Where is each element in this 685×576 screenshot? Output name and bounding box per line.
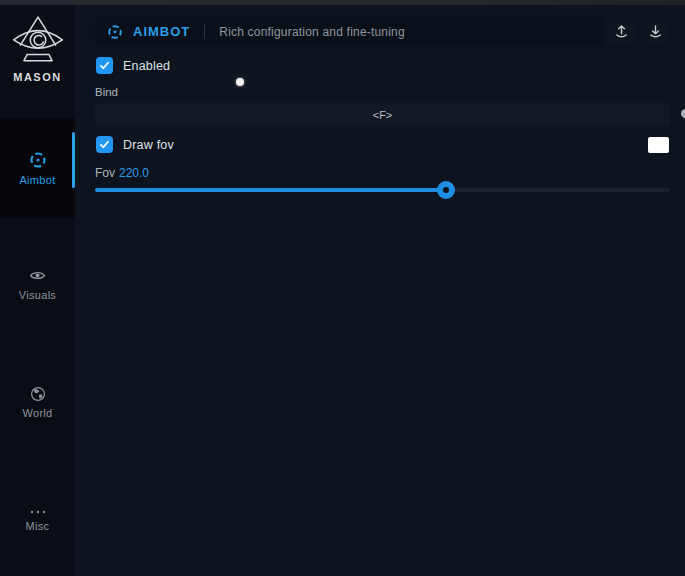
eye-icon xyxy=(29,267,46,284)
app-logo: MASON xyxy=(0,15,75,83)
enabled-checkbox[interactable] xyxy=(96,57,113,74)
enabled-row: Enabled xyxy=(96,57,170,74)
sidebar-item-world[interactable]: World xyxy=(0,373,75,431)
crosshair-icon xyxy=(29,151,47,169)
page-subtitle: Rich configuration and fine-tuning xyxy=(219,25,405,39)
header-divider xyxy=(204,24,205,39)
draw-fov-label: Draw fov xyxy=(123,138,174,152)
sidebar-item-visuals[interactable]: Visuals xyxy=(0,255,75,313)
draw-fov-checkbox[interactable] xyxy=(96,136,113,153)
sidebar-item-label: World xyxy=(22,407,52,419)
sidebar-item-label: Visuals xyxy=(19,289,56,301)
fov-label: Fov xyxy=(95,166,115,180)
fov-slider[interactable] xyxy=(95,188,670,192)
main-panel: AIMBOT Rich configuration and fine-tunin… xyxy=(75,5,685,576)
sidebar: MASON Aimbot Visuals xyxy=(0,5,75,576)
mouse-cursor-dot xyxy=(236,78,244,86)
bind-label: Bind xyxy=(95,86,118,98)
download-config-button[interactable] xyxy=(642,18,669,45)
download-icon xyxy=(648,24,663,39)
enabled-label: Enabled xyxy=(123,59,170,73)
sidebar-item-label: Aimbot xyxy=(19,174,55,186)
bind-value: <F> xyxy=(373,109,393,121)
bind-input[interactable]: <F> xyxy=(95,103,670,127)
ellipsis-icon xyxy=(29,509,47,515)
upload-config-button[interactable] xyxy=(608,18,635,45)
fov-value-row: Fov220.0 xyxy=(95,166,149,180)
sidebar-item-label: Misc xyxy=(26,520,50,532)
globe-icon xyxy=(30,386,46,402)
mason-app-window: MASON Aimbot Visuals xyxy=(0,0,685,576)
sidebar-item-aimbot[interactable]: Aimbot xyxy=(0,118,75,218)
secondary-cursor-dot xyxy=(681,109,685,118)
fov-slider-fill xyxy=(95,188,446,192)
fov-value: 220.0 xyxy=(119,166,149,180)
upload-icon xyxy=(614,24,629,39)
logo-text: MASON xyxy=(13,71,61,83)
fov-slider-handle[interactable] xyxy=(437,181,455,199)
fov-color-picker[interactable] xyxy=(648,137,669,153)
page-title: AIMBOT xyxy=(133,24,190,39)
page-header: AIMBOT Rich configuration and fine-tunin… xyxy=(95,17,603,46)
eye-pyramid-icon xyxy=(10,15,66,67)
sidebar-item-misc[interactable]: Misc xyxy=(0,491,75,549)
crosshair-icon xyxy=(107,24,123,40)
draw-fov-row: Draw fov xyxy=(96,136,174,153)
